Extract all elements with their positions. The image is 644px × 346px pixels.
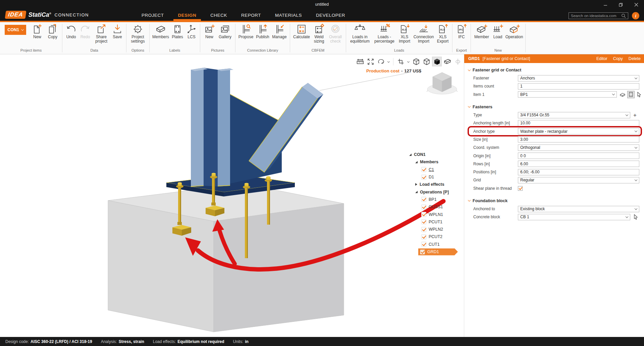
orbit-button[interactable] — [376, 57, 385, 66]
coord-system-select[interactable]: Orthogonal — [518, 145, 639, 151]
expander-open-icon[interactable] — [415, 191, 418, 193]
publish-button[interactable]: Publish — [255, 23, 271, 39]
weld-sizing-button[interactable]: Weld sizing — [311, 23, 327, 44]
cube-wireframe-button[interactable] — [412, 57, 421, 66]
expander-closed-icon[interactable] — [415, 183, 417, 186]
checked-checkbox[interactable] — [421, 205, 426, 210]
calculate-button[interactable]: Calculate — [292, 23, 311, 39]
tab-check[interactable]: CHECK — [210, 9, 228, 21]
editor-button[interactable]: Editor — [596, 56, 607, 61]
plates-labels-button[interactable]: Plates — [170, 23, 185, 39]
fastener-select[interactable]: Anchors — [518, 75, 639, 81]
chevron-down-icon[interactable] — [387, 60, 390, 63]
tree-item-bp1[interactable]: BP1 — [409, 196, 466, 203]
checked-checkbox[interactable] — [421, 197, 426, 202]
grid-select[interactable]: Regular — [518, 177, 639, 183]
checked-checkbox[interactable] — [421, 219, 426, 224]
3d-viewport[interactable]: Production cost-127 US$ CON1 Members C1 … — [0, 54, 464, 337]
cube-solid-button[interactable] — [432, 57, 441, 66]
tree-node-load-effects[interactable]: Load effects — [409, 181, 466, 188]
expander-open-icon[interactable] — [409, 154, 412, 156]
tree-item-cut1[interactable]: CUT1 — [409, 241, 466, 248]
tab-design[interactable]: DESIGN — [177, 9, 197, 21]
info-button[interactable]: i — [632, 12, 639, 19]
add-fastener-type-button[interactable]: + — [633, 112, 637, 118]
xls-export-button[interactable]: XLS XLS Export — [435, 23, 450, 44]
checked-checkbox[interactable] — [421, 242, 426, 247]
search-input[interactable]: Search on ideastatica.com — [569, 12, 628, 19]
copy-project-item-button[interactable]: Copy — [45, 23, 60, 39]
lcs-labels-button[interactable]: LCS — [185, 23, 198, 39]
tree-item-grd1-selected[interactable]: GRD1 — [409, 248, 466, 255]
share-project-button[interactable]: Share project — [92, 23, 110, 44]
tree-item-guss1[interactable]: GUSS1 — [409, 203, 466, 211]
loads-in-equilibrium-button[interactable]: Loads in equilibrium — [348, 23, 372, 44]
section-fastener-grid[interactable]: Fastener grid or Contact — [468, 66, 639, 74]
tab-materials[interactable]: MATERIALS — [274, 9, 303, 21]
close-button[interactable] — [629, 0, 644, 9]
new-picture-button[interactable]: New — [202, 23, 217, 39]
anchored-to-select[interactable]: Existing block — [518, 206, 639, 212]
copy-operation-button[interactable]: Copy — [613, 56, 623, 61]
gallery-button[interactable]: Gallery — [217, 23, 233, 39]
tree-item-wpln1[interactable]: WPLN1 — [409, 211, 466, 218]
tree-item-pcut2[interactable]: PCUT2 — [409, 233, 466, 240]
item1-select[interactable]: BP1 — [518, 91, 617, 98]
new-project-item-button[interactable]: New — [30, 23, 45, 39]
anchoring-length-input[interactable]: 10.00 — [518, 120, 639, 126]
checked-checkbox[interactable] — [421, 212, 426, 217]
positions-input[interactable]: 6.00; -6.00 — [518, 169, 639, 175]
tree-node-con1[interactable]: CON1 — [409, 151, 466, 158]
xls-import-button[interactable]: XLS XLS Import — [397, 23, 412, 44]
cursor-pick-button[interactable] — [636, 91, 643, 98]
new-operation-button[interactable]: Operation — [505, 23, 524, 39]
checked-checkbox[interactable] — [421, 234, 426, 239]
items-count-input[interactable]: 1 — [518, 83, 639, 90]
axis-rotate-button[interactable] — [453, 57, 462, 66]
tree-node-members[interactable]: Members — [409, 158, 466, 166]
manage-button[interactable]: Manage — [271, 23, 288, 39]
anchor-type-grade-select[interactable]: 3/4 F1554 Gr.55 — [518, 112, 630, 118]
section-crop-button[interactable] — [396, 57, 405, 66]
tab-project[interactable]: PROJECT — [141, 9, 165, 21]
plate-pick-button[interactable] — [628, 91, 634, 98]
section-fasteners[interactable]: Fasteners — [468, 103, 639, 111]
new-load-button[interactable]: Load — [491, 23, 505, 39]
tree-item-c1[interactable]: C1 — [409, 166, 466, 173]
size-input[interactable]: 3.00 — [518, 136, 639, 142]
undo-button[interactable]: Undo — [64, 23, 78, 39]
shear-plane-checkbox[interactable] — [518, 186, 523, 191]
origin-input[interactable]: 0 0 — [518, 153, 639, 159]
checked-checkbox[interactable] — [421, 175, 426, 180]
loads-percentage-button[interactable]: Loads - percentage — [372, 23, 397, 44]
tree-item-d1[interactable]: D1 — [409, 173, 466, 181]
zoom-extents-button[interactable] — [366, 57, 375, 66]
overall-check-button[interactable]: Overall check — [327, 23, 344, 44]
connection-import-button[interactable]: Connection Import — [412, 23, 435, 44]
clip-view-button[interactable] — [443, 57, 452, 66]
tab-developer[interactable]: DEVELOPER — [315, 9, 346, 21]
project-settings-button[interactable]: </> Project settings — [128, 23, 148, 44]
minimize-button[interactable] — [598, 0, 613, 9]
members-labels-button[interactable]: Members — [151, 23, 170, 39]
tree-item-pcut1[interactable]: PCUT1 — [409, 218, 466, 226]
section-foundation-block[interactable]: Foundation block — [468, 197, 639, 205]
maximize-button[interactable] — [613, 0, 629, 9]
checked-checkbox[interactable] — [421, 227, 426, 232]
ifc-export-button[interactable]: IFC IFC — [454, 23, 469, 39]
rows-input[interactable]: 6.00 — [518, 161, 639, 167]
checked-checkbox[interactable] — [420, 249, 425, 254]
navigation-cube[interactable] — [425, 70, 459, 100]
propose-button[interactable]: Propose — [237, 23, 255, 39]
chevron-down-icon[interactable] — [407, 60, 410, 63]
selected-item-highlight[interactable]: GRD1 — [418, 248, 458, 255]
save-button[interactable]: Save — [110, 23, 124, 39]
new-member-button[interactable]: Member — [473, 23, 491, 39]
concrete-block-select[interactable]: CB 1 — [518, 214, 630, 220]
cube-hidden-lines-button[interactable] — [422, 57, 431, 66]
cursor-pick-button[interactable] — [633, 214, 639, 220]
expander-open-icon[interactable] — [415, 161, 418, 163]
member-pick-button[interactable] — [619, 91, 626, 98]
checked-checkbox[interactable] — [421, 167, 426, 172]
delete-operation-button[interactable]: Delete — [629, 56, 641, 61]
